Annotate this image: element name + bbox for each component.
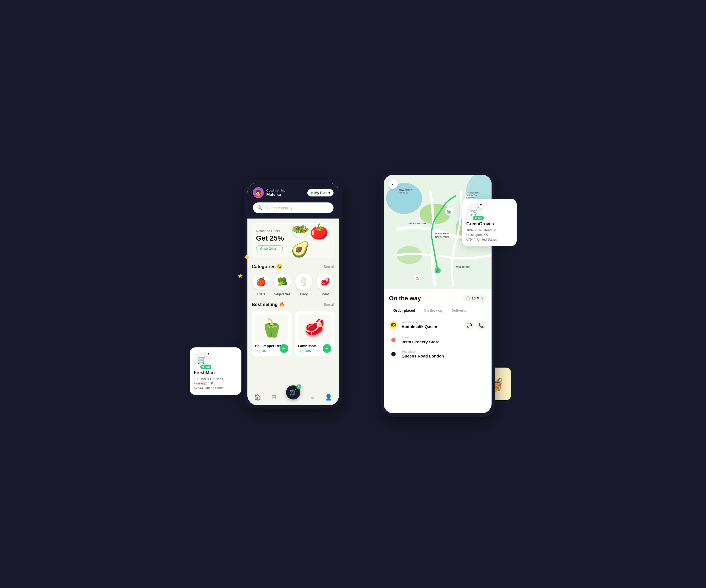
categories-grid: 🍎 Fruits 🥦 Vegetables 🥛 Diary 🥩 Meat (252, 273, 335, 296)
place-step-value: Queens Road London (402, 354, 486, 358)
sparkle-decoration-2: ★ (237, 272, 243, 280)
svg-text:Snug Harbor: Snug Harbor (468, 192, 479, 194)
user-avatar: 👧 (253, 187, 264, 198)
map-back-button[interactable]: ‹ (388, 179, 398, 189)
phone-top-bar: 👧 Good morning Malvika My Flat ▾ 🔍 S (247, 183, 339, 219)
location-label: My Flat (314, 191, 327, 195)
best-selling-see-all[interactable]: See all (324, 303, 335, 307)
freshmart-store-name: FreshMart (194, 370, 237, 375)
meat-label: Meat (321, 292, 329, 296)
hero-step-content: Your delivery hero Abdulmalik Qasim (402, 320, 461, 330)
diary-icon: 🥛 (296, 273, 312, 290)
best-selling-title: Best selling 🔥 (252, 302, 285, 307)
user-info: 👧 Good morning Malvika (253, 187, 285, 198)
store-step-icon (391, 338, 396, 342)
greeting-block: Good morning Malvika (267, 189, 285, 197)
delivery-panel: On the way 🕐 10 Min Order placed On the … (384, 289, 492, 413)
hero-step-value: Abdulmalik Qasim (402, 324, 461, 329)
delivery-steps: 🧑 Your delivery hero Abdulmalik Qasim 💬 … (389, 320, 486, 364)
location-dot-icon (311, 192, 313, 194)
store-step-value: Insta Grocery Store (402, 340, 486, 344)
location-arrow-icon: ▾ (328, 191, 330, 195)
cart-fab-button[interactable]: 🛒 4 (286, 385, 300, 399)
main-phone: 👧 Good morning Malvika My Flat ▾ 🔍 S (244, 180, 342, 408)
message-hero-button[interactable]: 💬 (464, 320, 474, 330)
search-placeholder: Search category (265, 206, 292, 210)
category-diary[interactable]: 🥛 Diary (295, 273, 313, 296)
greengroves-icon-wrap: 🛒 ♥ ★ 4.8 (467, 203, 483, 219)
delivery-step-place: Your place Queens Road London (389, 350, 486, 364)
svg-text:BRIGHTON: BRIGHTON (435, 235, 448, 238)
nav-grid-icon[interactable]: ⊞ (271, 394, 276, 401)
place-step-content: Your place Queens Road London (402, 350, 486, 359)
location-pill[interactable]: My Flat ▾ (307, 189, 334, 196)
add-lamb-meat-button[interactable]: + (323, 344, 331, 353)
fruits-label: Fruits (257, 292, 265, 296)
call-hero-button[interactable]: 📞 (476, 320, 486, 330)
delivery-header: On the way 🕐 10 Min (389, 295, 486, 302)
banner-text-block: Ramadan Offers Get 25% Grab Offer › (252, 225, 291, 257)
product-lamb-meat[interactable]: 🥩 Lamb Meat 1kg, 45$ + (295, 311, 335, 356)
greengroves-rating-badge: ★ 4.8 (473, 216, 484, 221)
add-bell-pepper-button[interactable]: + (280, 344, 288, 353)
nav-menu-icon[interactable]: ≡ (311, 394, 315, 401)
scene: ✦ ★ 🛒 ♥ ★ 4.8 FreshMart 100-198 N Green … (190, 171, 517, 417)
tab-on-the-way[interactable]: On the way (420, 306, 447, 315)
bell-pepper-image: 🫑 (255, 314, 288, 342)
fruits-icon: 🍎 (252, 273, 270, 290)
user-name: Malvika (267, 192, 285, 197)
banner-label: Ramadan Offers (256, 229, 287, 233)
greengroves-store-address: 100-198 N Green St,Hoisington, KS67544, … (467, 228, 512, 242)
vegetables-label: Vegetables (274, 292, 290, 296)
hero-step-icon: 🧑 (389, 320, 398, 329)
freshmart-store-address: 100-198 N Green St,Hoisington, KS67544, … (194, 377, 237, 390)
store-step-content: Store Insta Grocery Store (402, 336, 486, 344)
category-vegetables[interactable]: 🥦 Vegetables (273, 273, 292, 296)
meat-icon: 🥩 (317, 273, 334, 290)
greengroves-basket-icon: 🛒 (470, 207, 479, 216)
phone-header: 👧 Good morning Malvika My Flat ▾ (253, 187, 334, 198)
svg-text:RT RICHMOND: RT RICHMOND (409, 222, 426, 225)
freshmart-icon-wrap: 🛒 ♥ ★ 4.8 (194, 352, 210, 368)
hero-step-actions: 💬 📞 (464, 320, 486, 330)
grab-offer-button[interactable]: Grab Offer › (256, 245, 283, 252)
delivery-step-store: Store Insta Grocery Store (389, 336, 486, 350)
category-meat[interactable]: 🥩 Meat (316, 273, 335, 296)
delivery-title: On the way (389, 295, 421, 302)
svg-text:🏠: 🏠 (415, 277, 419, 280)
cart-fab-icon: 🛒 (289, 389, 297, 396)
categories-see-all[interactable]: See all (324, 265, 335, 269)
clock-icon: 🕐 (466, 296, 470, 300)
greeting-text: Good morning (267, 189, 285, 192)
tab-delivered[interactable]: Delivered (447, 306, 472, 315)
promo-banner[interactable]: Ramadan Offers Get 25% Grab Offer › 🥗🍅🥑 (252, 223, 335, 258)
svg-text:Cultural Center: Cultural Center (467, 194, 479, 196)
svg-text:WES   IGHTON: WES IGHTON (456, 266, 470, 268)
product-bell-pepper[interactable]: 🫑 Bell Pepper Red 1kg, 4$ + (252, 311, 291, 356)
status-tabs: Order placed On the way Delivered (389, 306, 486, 315)
categories-section-header: Categories 😉 See all (252, 264, 335, 270)
freshmart-heart-badge: ♥ (205, 351, 211, 357)
phone-content: Ramadan Offers Get 25% Grab Offer › 🥗🍅🥑 (247, 219, 339, 391)
greengroves-store-card[interactable]: 🛒 ♥ ★ 4.8 GreenGroves 100-198 N Green St… (462, 199, 517, 246)
store-step-label: Store (402, 336, 486, 339)
svg-text:New York: New York (398, 192, 408, 194)
bottom-nav: 🏠 ⊞ ≡ 👤 🛒 4 (247, 391, 339, 405)
nav-profile-icon[interactable]: 👤 (325, 394, 332, 401)
svg-text:New Jersey: New Jersey (399, 189, 412, 191)
main-phone-inner: 👧 Good morning Malvika My Flat ▾ 🔍 S (247, 183, 339, 405)
tab-order-placed[interactable]: Order placed (389, 306, 420, 315)
freshmart-basket-icon: 🛒 (197, 355, 207, 364)
place-step-icon (391, 352, 396, 356)
delivery-step-hero: 🧑 Your delivery hero Abdulmalik Qasim 💬 … (389, 320, 486, 336)
banner-image: 🥗🍅🥑 (291, 223, 335, 258)
freshmart-store-card[interactable]: 🛒 ♥ ★ 4.8 FreshMart 100-198 N Green St,H… (190, 347, 241, 395)
greengroves-store-name: GreenGroves (467, 222, 512, 227)
greengroves-heart-badge: ♥ (478, 202, 484, 208)
category-fruits[interactable]: 🍎 Fruits (252, 273, 271, 296)
lamb-meat-image: 🥩 (298, 314, 331, 342)
search-bar[interactable]: 🔍 Search category (253, 202, 334, 213)
diary-label: Diary (300, 292, 308, 296)
nav-home-icon[interactable]: 🏠 (254, 394, 261, 401)
time-value: 10 Min (472, 296, 482, 300)
